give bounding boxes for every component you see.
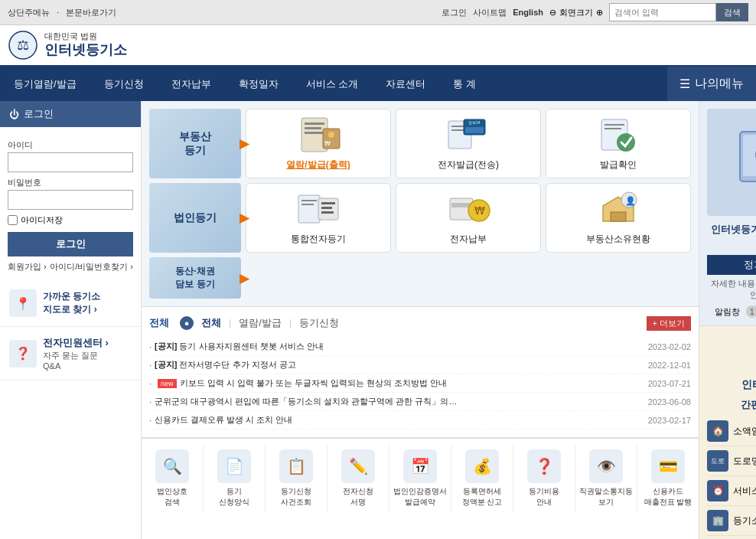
login-section-header: ⏻ 로그인 bbox=[0, 101, 141, 127]
list-item[interactable]: · [공지] 전자서명수단 추가 지정서 공고 2022-12-01 bbox=[149, 356, 691, 374]
bottom-icon-forms[interactable]: 📄 등기신청양식 bbox=[204, 445, 266, 512]
search-button[interactable]: 검색 bbox=[716, 3, 748, 21]
quick-item-e-issue[interactable]: 정부24 전자발급(전송) bbox=[396, 109, 541, 178]
logo-bottom: 인터넷등기소 bbox=[44, 41, 127, 59]
collateral-spacer bbox=[246, 257, 691, 265]
nearby-office-link[interactable]: 📍 가까운 등기소 지도로 찾기 › bbox=[0, 280, 141, 327]
guide-item-service-hours[interactable]: ⏰ 서비스 이용시간 안내 › bbox=[707, 476, 756, 506]
nav-resources[interactable]: 자료센터 bbox=[372, 68, 439, 100]
sitemap-link[interactable]: 사이트맵 bbox=[473, 7, 507, 18]
bottom-icon-exofficio[interactable]: 👁️ 직권말소통지등보기 bbox=[575, 445, 637, 512]
nav-registry-apply[interactable]: 등기신청 bbox=[90, 68, 158, 100]
pw-label: 비밀번호 bbox=[8, 177, 133, 188]
plus-icon: + bbox=[653, 318, 657, 328]
login-link[interactable]: 로그인 bbox=[442, 7, 467, 18]
password-input[interactable] bbox=[8, 190, 133, 210]
svg-rect-21 bbox=[301, 204, 314, 205]
bottom-icon-corp-search[interactable]: 🔍 법인상호검색 bbox=[142, 445, 204, 512]
quick-item-e-payment[interactable]: ₩ 전자납부 bbox=[396, 183, 541, 253]
corporation-arrow-icon: ▶ bbox=[240, 211, 249, 225]
civil-service-center-link[interactable]: ❓ 전자민원센터 › 자주 묻는 질문Q&A bbox=[0, 327, 141, 381]
news-tabs: 전체 ● 전체 | 열람/발급 | 등기신청 + 더보기 bbox=[149, 315, 691, 332]
login-title: ⏻ 로그인 bbox=[9, 107, 132, 121]
skip-to-content[interactable]: 본문바로가기 bbox=[66, 8, 116, 17]
svg-text:⚖: ⚖ bbox=[17, 38, 29, 53]
logo[interactable]: ⚖ 대한민국 법원 인터넷등기소 bbox=[8, 30, 127, 60]
question-icon: ❓ bbox=[9, 340, 37, 368]
bottom-icon-cost-guide[interactable]: ❓ 등기비용안내 bbox=[513, 445, 575, 512]
guide-item-road-address[interactable]: 도로 도로명주소 안내 › bbox=[707, 446, 756, 476]
login-button[interactable]: 로그인 bbox=[8, 232, 133, 256]
service-notice-sub: 자세한 내용은 공지사항을 통해확인 바랍니다. bbox=[707, 278, 756, 301]
screen-size-plus-icon[interactable]: ⊕ bbox=[596, 8, 603, 18]
screen-size-label: 회면크기 bbox=[559, 7, 593, 18]
nav-service-intro[interactable]: 서비스 소개 bbox=[292, 68, 373, 100]
remember-checkbox[interactable] bbox=[8, 215, 18, 225]
tab-apply[interactable]: 등기신청 bbox=[299, 315, 339, 332]
guide-item-entry-mgmt[interactable]: 🏢 등기소 출입증 신청관리 › bbox=[707, 506, 756, 536]
nav-stats[interactable]: 통 계 bbox=[439, 68, 490, 100]
find-account-link[interactable]: 아이디/비밀번호찾기 › bbox=[50, 261, 133, 273]
tab-view[interactable]: 열람/발급 bbox=[239, 315, 282, 332]
credit-card-icon: 💳 bbox=[651, 449, 685, 483]
bottom-icon-credit-card[interactable]: 💳 신용카드매출전표 발행 bbox=[637, 445, 699, 512]
svg-point-7 bbox=[328, 132, 334, 138]
skip-main-menu[interactable]: 상단주메뉴 bbox=[8, 8, 50, 17]
svg-rect-5 bbox=[305, 132, 323, 134]
search-input[interactable] bbox=[609, 3, 716, 21]
guide-item-tenant[interactable]: 🏠 소액임차인의 범위 안내 › bbox=[707, 416, 756, 446]
quick-item-property-ownership[interactable]: 👤 부동산소유현황 bbox=[546, 183, 691, 253]
bottom-icon-corp-seal[interactable]: 📅 법인인감증명서발급예약 bbox=[389, 445, 451, 512]
svg-rect-14 bbox=[465, 127, 484, 133]
e-issue-icon: 정부24 bbox=[445, 116, 491, 154]
id-input[interactable] bbox=[8, 152, 133, 172]
issue-verify-icon bbox=[595, 116, 641, 154]
svg-rect-4 bbox=[305, 127, 321, 129]
svg-rect-3 bbox=[305, 122, 324, 125]
property-section-label: 부동산 등기 ▶ bbox=[149, 109, 241, 178]
svg-rect-35 bbox=[743, 135, 757, 176]
list-item[interactable]: · new키보드 입력 시 입력 불가 또는 두글자씩 입력되는 현상의 조치방… bbox=[149, 374, 691, 393]
nav-e-payment[interactable]: 전자납부 bbox=[158, 68, 225, 100]
alert-label: 알림창 bbox=[715, 306, 740, 318]
remember-label: 아이디저장 bbox=[21, 214, 63, 226]
e-payment-icon: ₩ bbox=[445, 190, 491, 228]
top-bar-right: 로그인 사이트맵 English ⊖ 회면크기 ⊕ 검색 bbox=[442, 3, 748, 21]
tab-all[interactable]: 전체 bbox=[201, 315, 221, 332]
list-item[interactable]: · [공지] 등기 사용자지원센터 챗봇 서비스 안내 2023-02-02 bbox=[149, 338, 691, 356]
more-button[interactable]: + 더보기 bbox=[647, 316, 691, 331]
quick-item-integrated-e-registry[interactable]: 통합전자등기 bbox=[246, 183, 391, 253]
map-icon: 📍 bbox=[9, 289, 37, 317]
bottom-icon-tax[interactable]: 💰 등록면허세정액분 신고 bbox=[451, 445, 513, 512]
nav-registry-view[interactable]: 등기열람/발급 bbox=[0, 68, 90, 100]
list-item[interactable]: · 신용카드 결제오류 발생 시 조치 안내 2023-02-17 bbox=[149, 411, 691, 430]
guide-item-info-plaza[interactable]: 📢 등기정보광장 바로가기 › bbox=[707, 536, 756, 539]
page-1[interactable]: 1 bbox=[746, 305, 756, 318]
login-links: 회원가입 › 아이디/비밀번호찾기 › bbox=[8, 261, 133, 273]
service-notice-title: 인터넷등기소 서비스 정기점검안내 bbox=[707, 222, 756, 252]
svg-rect-11 bbox=[451, 129, 465, 131]
guide-title: 인터넷등기소 bbox=[707, 378, 756, 392]
bottom-icons: 🔍 법인상호검색 📄 등기신청양식 📋 등기신청사건조회 ✏️ 전자신청서명 📅… bbox=[142, 438, 699, 518]
nav-confirm-date[interactable]: 확정일자 bbox=[225, 68, 292, 100]
skip-sub-menu[interactable]: · bbox=[57, 8, 61, 17]
quick-item-view-issue[interactable]: ₩ 열람/발급(출력) bbox=[246, 109, 391, 178]
e-payment-label: 전자납부 bbox=[450, 233, 487, 246]
view-issue-label: 열람/발급(출력) bbox=[286, 158, 350, 172]
svg-text:₩: ₩ bbox=[474, 204, 485, 217]
civil-center-text: 전자민원센터 › 자주 묻는 질문Q&A bbox=[43, 336, 132, 371]
screen-size-control: ⊖ 회면크기 ⊕ bbox=[549, 7, 603, 18]
english-link[interactable]: English bbox=[513, 8, 543, 17]
bottom-icon-case-inquiry[interactable]: 📋 등기신청사건조회 bbox=[266, 445, 327, 512]
signup-link[interactable]: 회원가입 › bbox=[8, 261, 47, 273]
property-ownership-label: 부동산소유현황 bbox=[586, 233, 650, 246]
clock-icon: ⏰ bbox=[707, 480, 728, 501]
search-box-icon: 🔍 bbox=[155, 449, 189, 483]
notice-illustration bbox=[707, 109, 756, 216]
quick-item-issue-verify[interactable]: 발급확인 bbox=[546, 109, 691, 178]
my-menu-button[interactable]: ☰ 나의메뉴 bbox=[667, 67, 756, 101]
svg-rect-24 bbox=[321, 207, 332, 209]
list-item[interactable]: · 군위군의 대구광역시 편입에 따른「등기소의 설치와 관할구역에 관한 규칙… bbox=[149, 393, 691, 411]
svg-text:정부24: 정부24 bbox=[468, 120, 481, 125]
bottom-icon-e-sign[interactable]: ✏️ 전자신청서명 bbox=[327, 445, 389, 512]
